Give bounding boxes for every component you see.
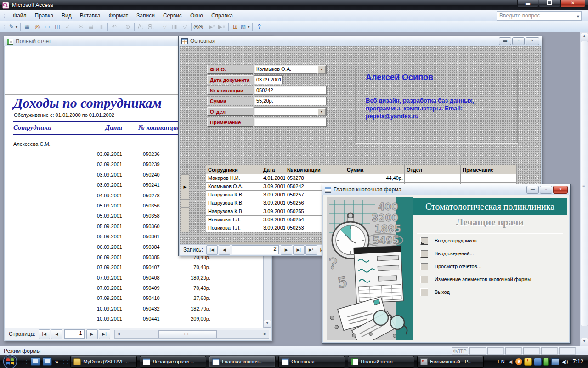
datasheet-cell[interactable] [405,174,461,183]
undo-icon[interactable]: ↶ [110,22,119,31]
main-form-titlebar[interactable]: Основная ▬ ▫ × [179,36,542,46]
main-form-restore-button[interactable]: ▫ [512,37,525,45]
report-horizontal-scrollbar[interactable]: ◀ ▶ [114,330,269,339]
menu-Записи[interactable]: Записи [132,12,159,20]
app-restore-button[interactable] [539,0,560,8]
datasheet-cell[interactable]: 4.01.2001 [261,174,285,183]
datasheet-header-6[interactable]: Примечание [461,165,517,174]
switchboard-restore-button[interactable]: ▫ [540,186,552,194]
print-preview-icon[interactable]: ◫ [53,22,62,31]
new-object-icon[interactable]: ▧▼ [241,22,250,31]
taskbar-button[interactable]: Безымянный - P... [417,356,484,368]
field-input-5[interactable]: ▼ [254,107,327,116]
question-dropdown-icon[interactable]: ▼ [576,13,580,21]
taskbar-button[interactable]: Лечащие врачи ... [140,356,206,368]
datasheet-cell[interactable]: 3.09.2001 [261,191,285,199]
app-minimize-button[interactable]: ▬ [517,0,538,8]
datasheet-cell[interactable] [461,174,517,183]
main-form-minimize-button[interactable]: ▬ [499,37,511,45]
switchboard-button-5[interactable] [420,288,428,296]
tray-app-a-icon[interactable]: a [515,358,522,365]
datasheet-cell[interactable]: Наврузова К.В. [206,207,261,216]
switchboard-item-4[interactable]: Изменение элементов кнопочной формы [420,274,531,284]
switchboard-button-1[interactable] [420,237,428,245]
database-window-icon[interactable]: ⊞ [231,22,240,31]
app-close-button[interactable]: ✕ [560,0,585,8]
switchboard-button-3[interactable] [420,263,428,270]
cut-icon[interactable]: ✂ [76,22,85,31]
menu-Формат[interactable]: Формат [104,12,132,20]
datasheet-cell[interactable]: 3.09.2001 [261,216,285,224]
report-hscroll-thumb[interactable] [158,330,217,338]
delete-record-icon[interactable]: ▶× [217,22,226,31]
datasheet-cell[interactable]: Колмыков О.А. [206,183,261,191]
record-number-box[interactable]: 2 [232,245,279,254]
switchboard-close-button[interactable]: ✕ [553,186,568,194]
taskbar-button[interactable]: MyDocs (\\SERVE... [70,356,137,368]
switchboard-button-2[interactable] [420,250,428,258]
copy-icon[interactable]: ▤ [86,22,96,31]
datasheet-cell[interactable]: 3.09.2001 [261,183,285,191]
print-icon[interactable]: ▭ [43,22,52,31]
taskbar-button[interactable]: Полный отчет [348,356,414,368]
switchboard-titlebar[interactable]: Главная кнопочная форма ▬ ▫ ✕ [322,184,570,195]
datasheet-cell[interactable]: 3.09.2001 [261,224,285,232]
file-search-icon[interactable]: ◎ [33,22,42,31]
menu-Окно[interactable]: Окно [186,12,207,20]
mdi-vertical-scrollbar[interactable]: ▲ ▼ [580,32,588,346]
record-selector[interactable] [181,191,189,199]
show-desktop-icon[interactable] [31,357,40,366]
sort-ascending-icon[interactable]: А↓ [136,22,146,31]
main-form-close-button[interactable]: × [526,37,539,45]
record-first-button[interactable]: |◀ [206,245,218,255]
switchboard-item-3[interactable]: Просмотр отчетов... [420,261,481,271]
field-input-2[interactable]: 03.09.2001 [254,75,283,84]
datasheet-header-5[interactable]: Отдел [405,165,461,174]
datasheet-cell[interactable]: Наврузова К.В. [206,191,261,199]
report-next-page-button[interactable]: ▶ [86,329,98,339]
datasheet-header-3[interactable]: № квитанции [285,165,345,174]
mdi-scroll-up-icon[interactable]: ▲ [581,33,588,40]
new-record-icon[interactable]: ▶* [207,22,216,31]
quicklaunch-overflow-icon[interactable]: » [55,358,58,365]
menu-Справка[interactable]: Справка [207,12,237,20]
datasheet-cell[interactable]: Наврузова К.В. [206,199,261,207]
filter-by-selection-icon[interactable]: ▽ [160,22,169,31]
battery-icon[interactable] [543,358,549,366]
switchboard-minimize-button[interactable]: ▬ [526,186,539,194]
menu-Правка[interactable]: Правка [31,12,58,20]
switch-windows-icon[interactable] [43,357,52,366]
report-prev-page-button[interactable]: ◀ [51,329,62,339]
mdi-scroll-thumb[interactable] [581,41,588,326]
report-page-number[interactable]: 1 [64,329,85,339]
field-combo-arrow-icon[interactable]: ▼ [317,108,326,116]
start-button[interactable] [3,354,17,368]
report-first-page-button[interactable]: |◀ [39,329,50,339]
field-input-3[interactable]: 050242 [254,86,327,95]
record-selector[interactable] [181,224,189,232]
network-display-icon[interactable] [551,358,559,365]
datasheet-header-2[interactable]: Дата [261,165,285,174]
apply-filter-icon[interactable]: ▽ [180,22,189,31]
record-selector[interactable] [181,174,189,183]
datasheet-header-4[interactable]: Сумма [345,165,405,174]
paste-icon[interactable]: ▥ [96,22,106,31]
datasheet-cell[interactable]: 053278 [285,174,345,183]
record-selector[interactable] [181,216,189,224]
field-input-6[interactable] [254,118,327,126]
field-input-1[interactable]: Колмыков О.А.▼ [254,65,327,74]
menu-Вид[interactable]: Вид [57,12,76,20]
find-icon[interactable]: ◎◎ [193,22,203,31]
report-scroll-down-icon[interactable]: ▼ [264,320,271,328]
filter-by-form-icon[interactable]: ◨ [170,22,179,31]
menu-Сервис[interactable]: Сервис [159,12,186,20]
report-last-page-button[interactable]: ▶| [99,329,110,339]
switchboard-item-1[interactable]: Ввод сотрудников [420,236,477,246]
save-icon[interactable]: ▦ [23,22,32,31]
record-next-button[interactable]: ▶ [281,245,292,255]
record-last-button[interactable]: ▶| [293,245,305,255]
clock[interactable]: 7:12 [573,358,583,365]
tray-alert-icon[interactable] [524,358,532,366]
field-input-4[interactable]: 55,20р. [254,97,327,105]
report-scroll-right-icon[interactable]: ▶ [261,330,269,337]
